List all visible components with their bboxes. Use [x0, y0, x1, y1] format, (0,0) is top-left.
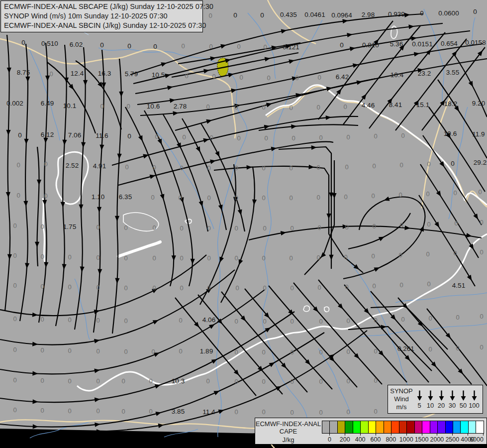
wind-speed-item: 50	[458, 390, 469, 409]
cape-zero-label: 0	[371, 192, 375, 200]
cape-zero-label: 0	[40, 316, 44, 323]
wind-speed-item: 10	[425, 390, 436, 409]
cin-value-label: 6.49	[41, 100, 54, 107]
cape-zero-label: 0	[346, 133, 350, 141]
cape-zero-label: 0	[182, 133, 186, 141]
cape-zero-label: 0	[319, 318, 322, 325]
cin-value-label: 10.3	[172, 377, 185, 385]
wind-speed-value: 20	[438, 402, 445, 409]
cape-swatch	[476, 421, 483, 433]
cape-zero-label: 0	[346, 377, 350, 385]
cape-zero-label: 0	[262, 348, 265, 356]
wind-speed-item: 30	[447, 390, 458, 409]
cin-value-label: 0	[420, 9, 424, 17]
down-arrow-icon	[449, 390, 456, 401]
cape-zero-label: 0	[234, 408, 238, 416]
cape-zero-label: 0	[149, 377, 152, 385]
cape-zero-label: 0	[453, 189, 457, 197]
cin-value-label: 5.36	[390, 40, 403, 48]
cape-tick-label: 2000	[430, 436, 444, 443]
cape-zero-label: 0	[263, 43, 267, 51]
cape-zero-label: 0	[207, 224, 210, 232]
cin-value-label: 0.0461	[304, 11, 325, 18]
cape-zero-label: 0	[151, 194, 154, 201]
cape-zero-label: 0	[209, 43, 212, 50]
cape-swatch	[415, 421, 422, 433]
wind-legend-subtitle: Wind	[390, 395, 413, 403]
cape-zero-label: 0	[68, 283, 71, 291]
wind-speed-item: 20	[436, 390, 447, 409]
cape-legend-panel: ECMWF-INDEX-ANAL CAPE J/kg 0200400600800…	[255, 418, 487, 445]
cin-value-label: 19.6	[444, 130, 457, 137]
cape-tick-label: 600	[371, 436, 381, 443]
cin-value-label: 6.12	[41, 131, 54, 138]
cape-zero-label: 0	[262, 164, 265, 172]
cape-colorbar-area: 0200400600800100015002000250040006000	[321, 418, 487, 444]
cin-value-label: 9.20	[472, 100, 485, 107]
cape-zero-label: 0	[290, 224, 293, 232]
cape-swatch	[369, 421, 376, 433]
cape-zero-label: 0	[290, 409, 293, 416]
cin-value-label: 0	[127, 132, 131, 140]
cape-zero-label: 0	[428, 345, 432, 353]
cin-value-label: 12.4	[71, 70, 84, 77]
cape-zero-label: 0	[207, 194, 210, 202]
cin-value-label: 0	[18, 131, 22, 139]
wind-legend-labels: SYNOP Wind m/s	[390, 387, 413, 411]
cape-zero-label: 0	[478, 188, 482, 196]
down-arrow-icon	[438, 390, 445, 401]
wind-speed-value: 100	[469, 402, 480, 409]
cape-zero-label: 0	[96, 407, 99, 415]
cape-legend-units: J/kg	[255, 436, 321, 444]
cape-zero-label: 0	[262, 378, 265, 385]
down-arrow-icon	[471, 390, 478, 401]
cape-zero-label: 0	[44, 192, 47, 200]
cape-zero-label: 0	[262, 194, 265, 202]
cin-value-label: 4.91	[93, 162, 106, 170]
cape-zero-label: 0	[121, 377, 125, 385]
cape-zero-label: 0	[178, 194, 182, 202]
cape-zero-label: 0	[96, 377, 99, 385]
cape-tick-mark	[376, 433, 376, 436]
cape-zero-label: 0	[456, 344, 459, 352]
cape-zero-label: 0	[317, 284, 321, 291]
cape-tick-label: 800	[386, 436, 396, 443]
cin-value-label: 5.79	[125, 70, 138, 78]
cape-zero-label: 0	[234, 164, 238, 172]
down-arrow-icon	[427, 390, 434, 401]
cape-zero-label: 0	[344, 193, 347, 201]
cape-zero-label: 0	[40, 407, 44, 414]
cape-zero-label: 0	[292, 134, 295, 142]
cape-zero-label: 0	[237, 134, 240, 142]
cape-zero-label: 0	[290, 378, 293, 385]
cape-zero-label: 0	[49, 70, 53, 78]
cin-value-label: 0.261	[397, 345, 414, 352]
cape-tick-mark	[452, 433, 453, 436]
cape-zero-label: 0	[289, 194, 292, 202]
cape-zero-label: 0	[40, 346, 44, 354]
cape-swatch	[446, 421, 453, 433]
cape-tick-mark	[468, 433, 468, 436]
cape-zero-label: 0	[152, 254, 156, 262]
cin-value-label: 3.85	[172, 408, 185, 415]
cape-zero-label: 0	[262, 254, 265, 262]
cape-swatch	[399, 421, 407, 433]
cape-tick-label: 6000	[470, 436, 484, 443]
cape-zero-label: 0	[207, 164, 210, 172]
cape-zero-label: 0	[426, 190, 429, 198]
cape-tick-label: 0	[328, 436, 331, 443]
cape-zero-label: 0	[374, 347, 377, 355]
cin-value-label: 3.55	[446, 69, 459, 76]
cape-zero-label: 0	[316, 254, 320, 261]
cape-legend-model: ECMWF-INDEX-ANAL	[255, 420, 321, 428]
cape-tick-label: 200	[340, 436, 350, 443]
cape-zero-label: 0	[179, 347, 182, 355]
cin-value-label: 8.75	[17, 69, 30, 76]
cape-zero-label: 0	[125, 163, 128, 171]
cape-zero-label: 0	[209, 134, 213, 141]
cape-zero-label: 0	[316, 104, 320, 111]
cape-zero-label: 0	[206, 103, 209, 111]
cin-value-label: 15.1	[416, 101, 429, 109]
cape-zero-label: 0	[399, 281, 403, 289]
cin-value-label: 0.939	[388, 10, 405, 18]
